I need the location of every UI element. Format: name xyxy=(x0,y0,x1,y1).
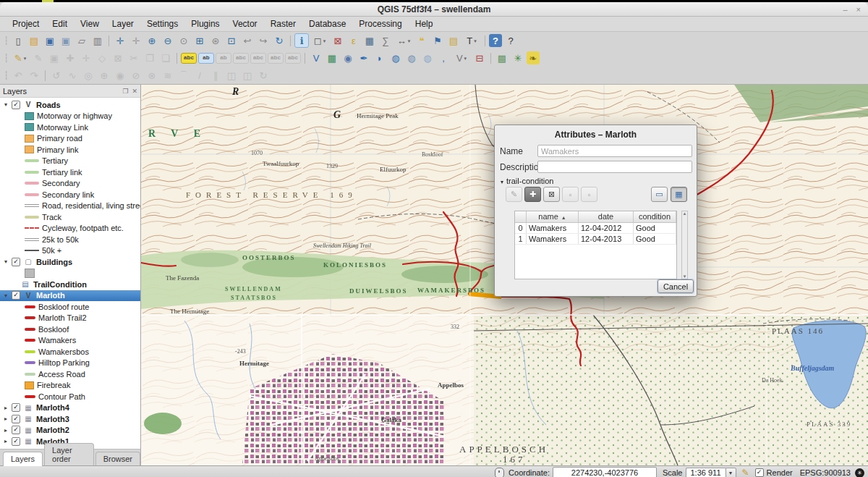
add-feature-icon[interactable]: ✚ xyxy=(63,51,77,65)
legend-hilltop-parking[interactable]: ✓ V ▢ ▤ ▦ Hilltop Parking xyxy=(0,358,140,369)
processing-toolbox-icon[interactable]: ❧ xyxy=(527,51,540,64)
crs-gear-icon[interactable]: ✳ xyxy=(855,468,864,477)
legend-access-road[interactable]: ✓ V ▢ ▤ ▦ Access Road xyxy=(0,368,140,380)
attribute-table-icon[interactable]: ▦ xyxy=(362,33,377,48)
render-checkbox[interactable]: ✓ xyxy=(755,468,764,477)
copy-features-icon[interactable]: ❐ xyxy=(142,51,157,65)
table-scrollbar[interactable]: ▲▼ xyxy=(681,211,688,279)
zoom-last-icon[interactable]: ↩ xyxy=(240,33,255,48)
layer-group-roads[interactable]: ▾ ✓ V ▢ ▤ ▦ Roads xyxy=(0,99,140,111)
merge-attributes-icon[interactable]: ◫ xyxy=(240,68,255,83)
edit-row-button[interactable]: ✎ xyxy=(506,187,522,202)
reshape-features-icon[interactable]: ⌒ xyxy=(176,68,191,83)
description-field[interactable] xyxy=(537,161,692,173)
legend-marloth-trail2[interactable]: ✓ V ▢ ▤ ▦ Marloth Trail2 xyxy=(0,313,140,324)
show-pinned-labels-icon[interactable]: ab xyxy=(198,53,214,64)
tab-layers[interactable]: Layers xyxy=(3,452,43,466)
next-row-button[interactable]: ▫ xyxy=(581,187,597,202)
rotate-point-symbols-icon[interactable]: ↻ xyxy=(256,68,271,83)
close-button[interactable]: × xyxy=(856,5,861,14)
expand-arrow-icon[interactable]: ▾ xyxy=(3,258,9,265)
layer-checkbox[interactable]: ✓ xyxy=(12,426,20,434)
add-wms-layer-icon[interactable]: ◍ xyxy=(388,51,403,65)
tab-layer-order[interactable]: Layer order xyxy=(44,443,94,465)
cut-features-icon[interactable]: ✂ xyxy=(127,51,141,65)
save-project-as-icon[interactable]: ▣ xyxy=(59,33,73,48)
cell-name[interactable]: Wamakers xyxy=(527,234,579,244)
legend-cycleway[interactable]: ✓ V ▢ ▤ ▦ Cycleway, footpath etc. xyxy=(0,223,140,235)
add-ring-icon[interactable]: ◎ xyxy=(81,68,95,83)
separator[interactable] xyxy=(176,53,177,64)
menu-layer[interactable]: Layer xyxy=(106,17,140,30)
select-by-expression-icon[interactable]: ε xyxy=(346,33,361,48)
delete-part-icon[interactable]: ⊗ xyxy=(145,68,159,83)
labeling-icon[interactable]: abc xyxy=(181,53,197,64)
table-row[interactable]: 1 Wamakers 12-04-2013 Good xyxy=(515,234,676,245)
field-calculator-icon[interactable]: ∑ xyxy=(378,33,393,48)
expand-arrow-icon[interactable]: ▸ xyxy=(3,438,9,444)
measure-icon[interactable]: ↔ xyxy=(394,33,413,48)
menu-processing[interactable]: Processing xyxy=(352,17,408,30)
new-bookmark-icon[interactable]: ⚑ xyxy=(430,33,445,48)
expand-arrow-icon[interactable]: ▸ xyxy=(3,427,9,434)
layer-checkbox[interactable]: ✓ xyxy=(12,101,20,109)
add-raster-layer-icon[interactable]: ▦ xyxy=(325,51,339,65)
pan-map-icon[interactable]: ✛ xyxy=(113,33,127,48)
scale-value[interactable]: 1:36 911 xyxy=(686,468,726,477)
panel-close-icon[interactable]: ✕ xyxy=(132,88,137,95)
highlight-labels-icon[interactable]: abc xyxy=(233,53,249,64)
expand-arrow-icon[interactable]: ▾ xyxy=(3,292,9,299)
menu-project[interactable]: Project xyxy=(6,17,46,30)
separator[interactable] xyxy=(305,53,305,64)
legend-25k-50k[interactable]: ✓ V ▢ ▤ ▦ 25k to 50k xyxy=(0,234,140,245)
zoom-out-icon[interactable]: ⊖ xyxy=(161,33,175,48)
map-tips-icon[interactable]: ❝ xyxy=(414,33,429,48)
tab-browser[interactable]: Browser xyxy=(95,452,140,465)
plugin-tools-icon[interactable]: ✳ xyxy=(511,51,525,65)
add-wcs-layer-icon[interactable]: ◍ xyxy=(404,51,419,65)
offset-curve-icon[interactable]: ≋ xyxy=(161,68,175,83)
toolbar-handle[interactable]: ┆ xyxy=(4,33,9,48)
cell-date[interactable]: 12-04-2012 xyxy=(579,223,634,233)
trail-condition-section[interactable]: ▾trail-condition xyxy=(501,177,553,185)
current-edits-icon[interactable]: ✎ xyxy=(31,51,46,65)
toggle-editing-icon[interactable]: ✎ xyxy=(11,51,30,65)
legend-contour-path[interactable]: ✓ V ▢ ▤ ▦ Contour Path xyxy=(0,391,140,402)
simplify-feature-icon[interactable]: ∿ xyxy=(65,68,80,83)
split-features-icon[interactable]: / xyxy=(192,68,207,83)
legend-secondary-link[interactable]: ✓ V ▢ ▤ ▦ Secondary link xyxy=(0,189,140,200)
refresh-icon[interactable]: ↻ xyxy=(272,33,286,48)
expand-arrow-icon[interactable]: ▸ xyxy=(3,405,9,411)
split-parts-icon[interactable]: ∥ xyxy=(208,68,223,83)
layer-checkbox[interactable]: ✓ xyxy=(12,437,20,446)
menu-raster[interactable]: Raster xyxy=(264,17,302,30)
separator[interactable] xyxy=(485,35,485,46)
separator[interactable] xyxy=(290,35,291,46)
legend-buildings[interactable]: ✓ V ▢ ▤ ▦ xyxy=(0,268,140,279)
layer-marloth3[interactable]: ▸ ✓ V ▢ ▤ ▦ Marloth3 xyxy=(0,413,140,425)
table-header-row[interactable]: name▲ date condition xyxy=(515,211,676,223)
legend-boskloof-route[interactable]: ✓ V ▢ ▤ ▦ Boskloof route xyxy=(0,301,140,313)
add-spatialite-layer-icon[interactable]: ✒ xyxy=(357,51,371,65)
menu-view[interactable]: View xyxy=(74,17,106,30)
redo-icon[interactable]: ↷ xyxy=(27,68,41,83)
menu-plugins[interactable]: Plugins xyxy=(184,17,226,30)
select-features-icon[interactable]: ◻ xyxy=(310,33,329,48)
merge-features-icon[interactable]: ◫ xyxy=(224,68,239,83)
column-date[interactable]: date xyxy=(579,211,634,222)
layer-checkbox[interactable]: ✓ xyxy=(12,403,20,412)
layer-group-marloth[interactable]: ▾ ✓ V ▢ ▤ ▦ Marloth xyxy=(0,290,140,302)
coordinate-input[interactable] xyxy=(553,467,657,477)
move-label-icon[interactable]: abc xyxy=(250,53,266,64)
add-postgis-layer-icon[interactable]: ◉ xyxy=(341,51,355,65)
delete-row-button[interactable]: ⊠ xyxy=(543,187,560,202)
separator[interactable] xyxy=(45,70,46,81)
zoom-full-icon[interactable]: ⊞ xyxy=(192,33,207,48)
legend-secondary[interactable]: ✓ V ▢ ▤ ▦ Secondary xyxy=(0,178,140,190)
legend-firebreak[interactable]: ✓ V ▢ ▤ ▦ Firebreak xyxy=(0,380,140,392)
cell-condition[interactable]: Good xyxy=(634,223,676,233)
zoom-to-layer-icon[interactable]: ⊡ xyxy=(224,33,239,48)
add-delimited-text-icon[interactable]: , xyxy=(436,51,451,65)
legend-boskloof[interactable]: ✓ V ▢ ▤ ▦ Boskloof xyxy=(0,324,140,335)
python-console-icon[interactable]: ▩ xyxy=(495,51,509,65)
